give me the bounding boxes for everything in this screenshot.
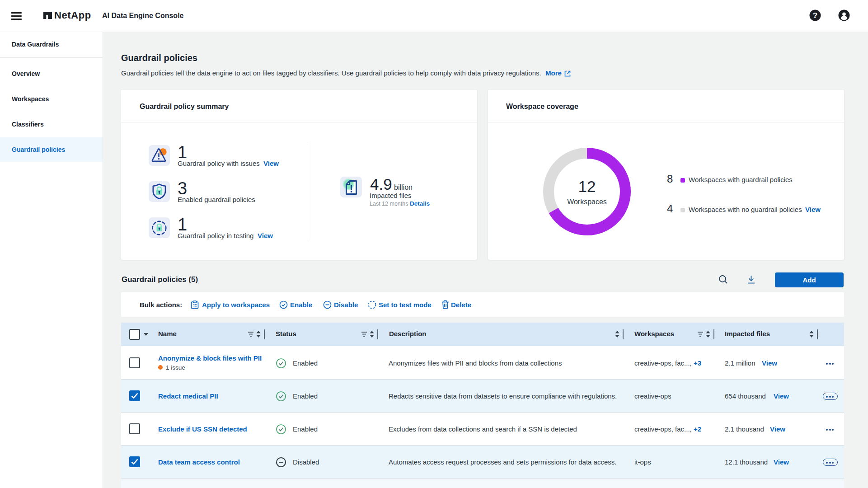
- svg-text:?: ?: [813, 11, 817, 20]
